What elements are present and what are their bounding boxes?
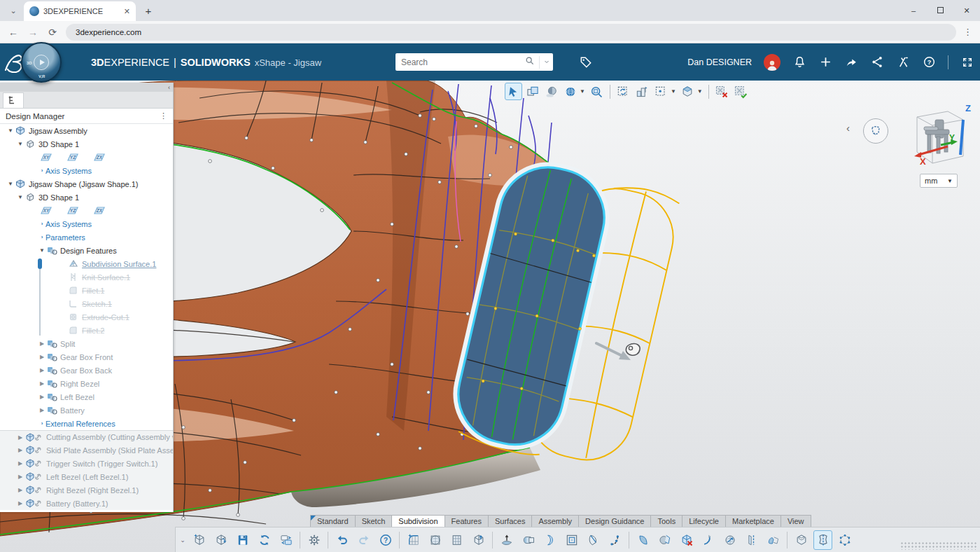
expand-arrow-icon[interactable]: ▶ <box>38 380 46 387</box>
reload-icon[interactable]: ⟳ <box>46 27 59 38</box>
expand-arrow-icon[interactable]: ▼ <box>17 141 24 147</box>
tree-row-left-bezel-left-bezel-1[interactable]: ▶Left Bezel (Left Bezel.1) <box>0 470 173 483</box>
forward-icon[interactable]: → <box>27 27 39 38</box>
bend-curve-button[interactable] <box>699 530 718 550</box>
tree-row-jigsaw-assembly[interactable]: ▼Jigsaw Assembly <box>0 124 173 137</box>
symmetry-button[interactable] <box>813 530 832 550</box>
view-cube[interactable]: Z Y X <box>904 102 971 168</box>
new-tab-button[interactable]: + <box>140 2 157 19</box>
tree-row-3d-shape-1[interactable]: ▼3D Shape 1 <box>0 191 173 204</box>
ribbon-tab-surfaces[interactable]: Surfaces <box>488 515 531 527</box>
tree-row-external-references[interactable]: ›External References <box>0 417 173 430</box>
close-window-button[interactable]: ✕ <box>953 0 980 21</box>
expand-arrow-icon[interactable]: ▼ <box>7 181 14 187</box>
expand-chevron-icon[interactable]: › <box>38 234 46 240</box>
expand-arrow-icon[interactable]: ▶ <box>38 354 46 360</box>
expand-chevron-icon[interactable]: › <box>38 221 46 227</box>
tree-row-extrude-cut-1[interactable]: Extrude-Cut.1 <box>0 310 173 324</box>
tree-row-subdivision-surface-1[interactable]: Subdivision Surface.1 <box>0 257 173 270</box>
expand-arrow-icon[interactable]: ▼ <box>17 194 24 200</box>
face-grid-button[interactable] <box>447 530 466 550</box>
edge-select-button[interactable] <box>606 530 624 550</box>
plane-zx-icon[interactable]: ZX <box>92 205 107 216</box>
redo-button[interactable] <box>354 530 373 550</box>
ribbon-tab-features[interactable]: Features <box>444 515 488 527</box>
tree-row-knit-surface-1[interactable]: Knit Surface.1 <box>0 270 173 284</box>
panel-collapse-chevron[interactable]: ‹ <box>168 84 170 91</box>
avatar[interactable] <box>764 54 780 71</box>
collapse-panel-chevron[interactable]: ‹ <box>846 122 850 134</box>
plant-view-button[interactable] <box>634 83 651 100</box>
expand-arrow-icon[interactable]: ▶ <box>17 447 24 453</box>
convert-subdivision-button[interactable] <box>835 530 854 550</box>
expand-chevron-icon[interactable]: › <box>38 420 46 427</box>
help-icon[interactable]: ? <box>922 55 936 69</box>
plane-yz-icon[interactable]: YZ <box>65 152 80 163</box>
search-scope-chevron-icon[interactable] <box>539 56 553 69</box>
pull-face-button[interactable] <box>497 530 516 550</box>
expand-arrow-icon[interactable]: ▶ <box>17 500 24 506</box>
delete-face-button[interactable] <box>677 530 696 550</box>
view-manipulation-button[interactable] <box>863 118 888 144</box>
add-content-button[interactable] <box>190 530 209 550</box>
primitive-cylinder-button[interactable] <box>519 530 538 550</box>
user-name[interactable]: Dan DESIGNER <box>687 57 752 67</box>
tree-row-3d-shape-1[interactable]: ▼3D Shape 1 <box>0 137 173 151</box>
settings-button[interactable] <box>304 530 323 550</box>
ribbon-tab-assembly[interactable]: Assembly <box>531 515 578 527</box>
sync-button[interactable] <box>255 530 274 550</box>
plus-icon[interactable] <box>818 55 832 69</box>
tab-search-chevron-icon[interactable]: ⌄ <box>4 1 22 20</box>
expand-arrow-icon[interactable]: ▶ <box>38 394 46 400</box>
expand-arrow-icon[interactable]: ▼ <box>38 247 46 254</box>
expand-arrow-icon[interactable]: ▶ <box>38 407 46 413</box>
help-button[interactable]: ? <box>376 530 395 550</box>
selection-filter-button[interactable] <box>652 83 670 100</box>
url-field[interactable]: 3dexperience.com <box>66 24 956 41</box>
tree-row-battery-battery-1[interactable]: ▶Battery (Battery.1) <box>0 497 173 510</box>
geodesic-button[interactable] <box>720 530 739 550</box>
ribbon-tab-standard[interactable]: Standard <box>310 515 355 527</box>
ribbon-tab-lifecycle[interactable]: Lifecycle <box>682 515 725 527</box>
ribbon-tab-view[interactable]: View <box>780 515 811 527</box>
plane-xy-icon[interactable]: XY <box>38 152 54 163</box>
ribbon-tab-sketch[interactable]: Sketch <box>355 515 392 527</box>
subdivision-grid-button[interactable] <box>404 530 423 550</box>
section-view-dropdown-caret[interactable]: ▼ <box>697 88 703 95</box>
share-nodes-icon[interactable] <box>870 55 884 69</box>
tree-row-sketch-1[interactable]: Sketch.1 <box>0 297 173 310</box>
box-extrude-button[interactable] <box>469 530 488 550</box>
tree-row-fillet-2[interactable]: Fillet.2 <box>0 324 173 337</box>
expand-arrow-icon[interactable]: ▶ <box>17 474 24 480</box>
units-dropdown[interactable]: mm ▼ <box>920 174 958 188</box>
panel-menu-icon[interactable]: ⋮ <box>160 111 167 120</box>
search-input[interactable] <box>396 57 521 67</box>
minimize-button[interactable]: – <box>900 0 927 21</box>
crease-face-button[interactable] <box>584 530 603 550</box>
tree-row-reference-planes[interactable]: XYYZZX <box>0 151 173 164</box>
undo-button[interactable] <box>332 530 351 550</box>
import-export-button[interactable] <box>276 530 295 550</box>
tree-row-gear-box-front[interactable]: ▶Gear Box Front <box>0 350 173 364</box>
ribbon-tab-subdivision[interactable]: Subdivision <box>391 515 444 527</box>
swym-icon[interactable] <box>896 55 910 69</box>
browser-tab[interactable]: 3DEXPERIENCE ✕ <box>24 1 136 21</box>
section-view-button[interactable] <box>679 83 696 100</box>
split-body-button[interactable] <box>655 530 674 550</box>
mirror-plane-button[interactable] <box>742 530 761 550</box>
render-style-button[interactable] <box>542 83 560 100</box>
tab-close-icon[interactable]: ✕ <box>124 7 130 16</box>
action-bar-collapse-chevron[interactable]: ⌄ <box>177 530 188 551</box>
selection-filter-dropdown-caret[interactable]: ▼ <box>671 88 676 95</box>
save-button[interactable] <box>233 530 252 550</box>
update-graphics-button[interactable] <box>615 83 632 100</box>
thicken-button[interactable] <box>792 530 811 550</box>
reframe-button[interactable] <box>524 83 541 100</box>
expand-arrow-icon[interactable]: ▶ <box>17 487 24 493</box>
expand-arrow-icon[interactable]: ▶ <box>38 367 46 373</box>
surface-patch-button[interactable] <box>634 530 652 550</box>
tree-row-axis-systems[interactable]: ›Axis Systems <box>0 217 173 230</box>
tree-row-skid-plate-assembly-skid-plate-assembl[interactable]: ▶Skid Plate Assembly (Skid Plate Assembl… <box>0 443 173 457</box>
view-modes-globe-dropdown-caret[interactable]: ▼ <box>580 88 585 95</box>
insert-loop-button[interactable] <box>562 530 581 550</box>
